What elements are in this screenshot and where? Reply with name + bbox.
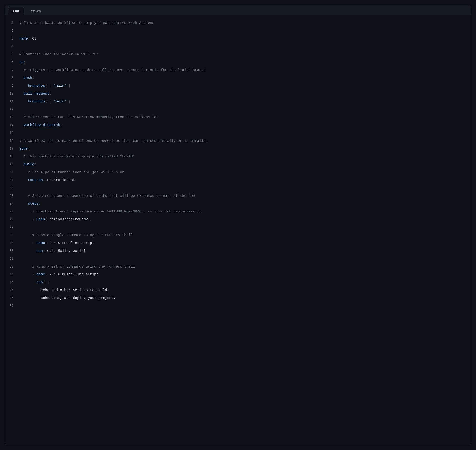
tab-bar: Edit Preview [5, 5, 471, 15]
line-content [19, 43, 471, 50]
code-line: 32 # Runs a set of commands using the ru… [5, 263, 471, 271]
code-line: 2 [5, 27, 471, 35]
code-line: 7 # Triggers the workflow on push or pul… [5, 66, 471, 74]
line-number: 28 [5, 232, 19, 238]
code-line: 30 run: echo Hello, world! [5, 247, 471, 255]
line-content: # Controls when the workflow will run [19, 51, 471, 58]
code-line: 14 workflow_dispatch: [5, 121, 471, 129]
code-line: 10 pull_request: [5, 90, 471, 98]
line-number: 12 [5, 106, 19, 113]
code-line: 34 run: | [5, 278, 471, 286]
code-line: 35 echo Add other actions to build, [5, 286, 471, 294]
line-content: on: [19, 59, 471, 66]
code-line: 19 build: [5, 160, 471, 168]
code-line: 18 # This workflow contains a single job… [5, 153, 471, 160]
line-content: run: | [19, 279, 471, 286]
line-number: 16 [5, 137, 19, 144]
code-line: 25 # Checks-out your repository under $G… [5, 208, 471, 216]
line-number: 17 [5, 145, 19, 152]
line-content: # Allows you to run this workflow manual… [19, 114, 471, 121]
line-content: steps: [19, 201, 471, 207]
code-line: 37 [5, 302, 471, 310]
line-number: 10 [5, 90, 19, 97]
code-line: 3name: CI [5, 35, 471, 43]
line-content [19, 256, 471, 262]
code-line: 31 [5, 255, 471, 263]
line-content: push: [19, 75, 471, 82]
line-content: branches: [ "main" ] [19, 98, 471, 105]
line-content: pull_request: [19, 90, 471, 97]
line-number: 5 [5, 51, 19, 58]
code-line: 21 runs-on: ubuntu-latest [5, 176, 471, 184]
code-line: 28 # Runs a single command using the run… [5, 231, 471, 239]
line-content [19, 130, 471, 136]
code-line: 24 steps: [5, 200, 471, 208]
code-line: 4 [5, 43, 471, 51]
line-number: 1 [5, 19, 19, 26]
line-content [19, 185, 471, 191]
code-line: 36 echo test, and deploy your project. [5, 294, 471, 302]
line-content: # Checks-out your repository under $GITH… [19, 208, 471, 215]
code-line: 12 [5, 106, 471, 113]
line-number: 14 [5, 122, 19, 128]
code-line: 22 [5, 184, 471, 192]
line-number: 3 [5, 35, 19, 42]
line-number: 26 [5, 216, 19, 223]
line-number: 11 [5, 98, 19, 105]
line-content [19, 303, 471, 309]
line-content: run: echo Hello, world! [19, 248, 471, 255]
code-line: 8 push: [5, 74, 471, 82]
line-number: 6 [5, 59, 19, 65]
line-number: 15 [5, 130, 19, 136]
code-line: 17jobs: [5, 145, 471, 153]
line-content: workflow_dispatch: [19, 122, 471, 129]
line-number: 2 [5, 27, 19, 34]
line-content [19, 224, 471, 231]
line-number: 4 [5, 43, 19, 50]
line-number: 30 [5, 248, 19, 254]
line-content: - uses: actions/checkout@v4 [19, 216, 471, 223]
code-line: 13 # Allows you to run this workflow man… [5, 113, 471, 121]
line-number: 21 [5, 177, 19, 184]
code-line: 15 [5, 129, 471, 137]
line-content: - name: Run a multi-line script [19, 271, 471, 278]
code-line: 29 - name: Run a one-line script [5, 239, 471, 247]
line-content: # This workflow contains a single job ca… [19, 154, 471, 160]
line-number: 24 [5, 200, 19, 207]
code-line: 9 branches: [ "main" ] [5, 82, 471, 90]
line-number: 33 [5, 271, 19, 278]
line-number: 13 [5, 114, 19, 121]
line-content: # Runs a set of commands using the runne… [19, 263, 471, 270]
line-number: 31 [5, 255, 19, 262]
tab-preview[interactable]: Preview [24, 7, 46, 15]
line-content: jobs: [19, 146, 471, 152]
code-line: 11 branches: [ "main" ] [5, 98, 471, 106]
code-line: 6on: [5, 58, 471, 66]
code-line: 23 # Steps represent a sequence of tasks… [5, 192, 471, 200]
line-content: - name: Run a one-line script [19, 240, 471, 247]
line-number: 23 [5, 192, 19, 199]
line-number: 37 [5, 302, 19, 309]
line-number: 22 [5, 185, 19, 191]
line-number: 36 [5, 295, 19, 301]
line-number: 29 [5, 240, 19, 246]
line-content: # A workflow run is made up of one or mo… [19, 138, 471, 144]
tab-edit[interactable]: Edit [8, 7, 24, 15]
line-number: 35 [5, 287, 19, 294]
line-number: 18 [5, 153, 19, 160]
line-number: 27 [5, 224, 19, 231]
line-number: 9 [5, 83, 19, 89]
line-content: # Runs a single command using the runner… [19, 232, 471, 239]
code-line: 20 # The type of runner that the job wil… [5, 168, 471, 176]
line-number: 20 [5, 169, 19, 176]
code-editor[interactable]: 1# This is a basic workflow to help you … [5, 15, 471, 444]
line-number: 7 [5, 67, 19, 73]
line-content: runs-on: ubuntu-latest [19, 177, 471, 184]
code-line: 33 - name: Run a multi-line script [5, 271, 471, 278]
code-line: 16# A workflow run is made up of one or … [5, 137, 471, 145]
line-content: # The type of runner that the job will r… [19, 169, 471, 176]
line-number: 32 [5, 263, 19, 270]
line-number: 25 [5, 208, 19, 215]
code-line: 26 - uses: actions/checkout@v4 [5, 216, 471, 224]
line-content: # Triggers the workflow on push or pull … [19, 67, 471, 74]
